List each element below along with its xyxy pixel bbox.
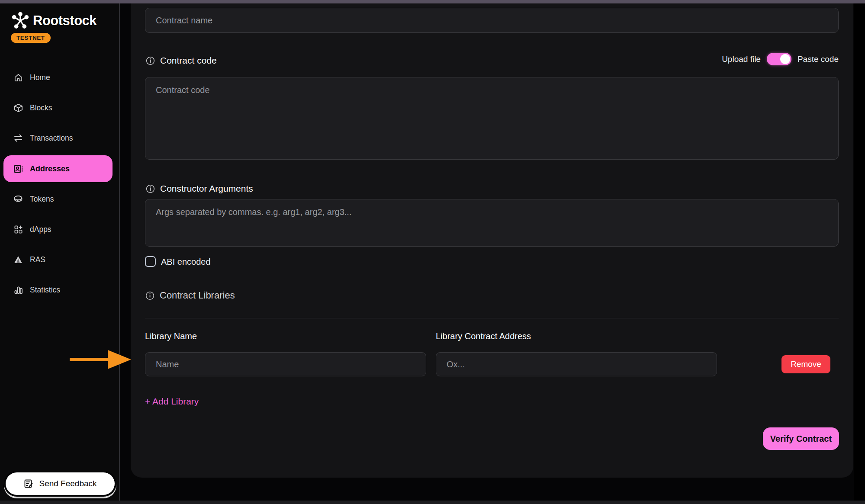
rootstock-logo-icon — [11, 11, 30, 30]
sidebar-item-label: Home — [30, 73, 50, 82]
libraries-divider — [145, 318, 839, 318]
tokens-icon — [13, 194, 23, 204]
window-bottom-strip — [0, 501, 865, 504]
sidebar-item-tokens[interactable]: Tokens — [3, 186, 113, 212]
constructor-arguments-textarea[interactable] — [145, 199, 839, 247]
add-library-link[interactable]: + Add Library — [145, 396, 199, 407]
right-gutter — [854, 3, 865, 501]
info-icon — [145, 291, 154, 300]
sidebar-item-addresses[interactable]: Addresses — [3, 155, 113, 182]
sidebar-item-home[interactable]: Home — [3, 64, 113, 91]
page: Rootstock TESTNET Home Blocks — [0, 0, 865, 504]
code-mode-toggle[interactable] — [767, 53, 791, 65]
sidebar-item-label: RAS — [30, 255, 45, 264]
dapps-icon — [13, 224, 23, 234]
sidebar-item-ras[interactable]: RAS — [3, 246, 113, 273]
brand-name: Rootstock — [33, 13, 96, 29]
send-feedback-label: Send Feedback — [39, 479, 96, 488]
sidebar-item-label: Addresses — [30, 164, 70, 173]
home-icon — [13, 72, 23, 83]
sidebar-item-label: Statistics — [30, 286, 60, 295]
brand-logo[interactable]: Rootstock — [11, 11, 96, 30]
sidebar-item-transactions[interactable]: Transactions — [3, 125, 113, 151]
annotation-arrow — [67, 349, 132, 370]
sidebar-item-label: Transactions — [30, 134, 73, 143]
blocks-icon — [13, 103, 23, 113]
testnet-badge: TESTNET — [11, 33, 51, 43]
library-contract-address-label: Library Contract Address — [436, 331, 531, 341]
sidebar-item-statistics[interactable]: Statistics — [3, 276, 113, 303]
sidebar-item-label: Tokens — [30, 195, 54, 204]
contract-code-textarea[interactable] — [145, 77, 839, 160]
send-feedback-button[interactable]: Send Feedback — [6, 472, 115, 495]
contract-name-input[interactable] — [145, 8, 839, 33]
paste-code-label: Paste code — [797, 55, 839, 64]
abi-encoded-label: ABI encoded — [161, 257, 211, 267]
toggle-knob — [780, 54, 790, 64]
sidebar-item-dapps[interactable]: dApps — [3, 216, 113, 243]
info-icon — [146, 184, 155, 193]
transactions-icon — [13, 133, 23, 143]
remove-library-button[interactable]: Remove — [781, 355, 830, 373]
ras-icon — [13, 254, 23, 265]
addresses-icon — [13, 164, 23, 174]
code-input-mode-toggle-row: Upload file Paste code — [692, 53, 839, 65]
abi-encoded-checkbox[interactable] — [145, 256, 156, 267]
info-icon — [146, 56, 155, 65]
statistics-icon — [13, 285, 23, 295]
constructor-arguments-label: Constructor Arguments — [146, 183, 253, 194]
verify-contract-button[interactable]: Verify Contract — [763, 427, 839, 450]
contract-libraries-label: Contract Libraries — [145, 290, 235, 301]
contract-code-label: Contract code — [146, 55, 217, 66]
library-address-input[interactable] — [436, 352, 717, 376]
sidebar-item-label: dApps — [30, 225, 51, 234]
library-name-input[interactable] — [145, 352, 426, 376]
sidebar-item-blocks[interactable]: Blocks — [3, 94, 113, 121]
library-name-label: Library Name — [145, 331, 197, 341]
sidebar-item-label: Blocks — [30, 103, 52, 112]
feedback-note-icon — [23, 478, 34, 489]
sidebar: Rootstock TESTNET Home Blocks — [0, 3, 120, 501]
window-top-strip — [0, 0, 865, 3]
upload-file-label: Upload file — [722, 55, 761, 64]
